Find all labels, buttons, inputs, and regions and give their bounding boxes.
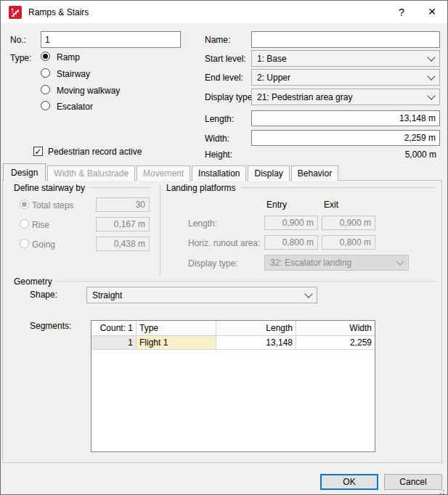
column-header-width: Width xyxy=(296,321,375,335)
chevron-down-icon xyxy=(427,72,435,80)
length-field[interactable]: 13,148 m xyxy=(251,110,440,126)
group-divider xyxy=(240,187,436,188)
landing-length-label: Length: xyxy=(188,218,217,229)
name-field[interactable] xyxy=(251,31,440,48)
tab-installation[interactable]: Installation xyxy=(192,165,246,181)
pedestrian-record-label: Pedestrian record active xyxy=(48,147,142,157)
length-label: Length: xyxy=(205,114,234,124)
display-type-select[interactable]: 21: Pedestrian area gray xyxy=(251,89,440,105)
landing-display-type-select: 32: Escalator landing xyxy=(264,255,409,271)
going-value: 0,438 m xyxy=(114,239,145,249)
entry-column-header: Entry xyxy=(266,200,287,210)
rise-field: 0,167 m xyxy=(96,217,150,232)
tab-movement: Movement xyxy=(137,165,190,181)
height-value: 5,000 m xyxy=(251,150,436,160)
runout-exit-field: 0,800 m xyxy=(322,235,375,250)
runout-entry-field: 0,800 m xyxy=(264,235,318,250)
radio-escalator[interactable] xyxy=(41,101,50,110)
tab-width-balustrade: Width & Balustrade xyxy=(47,165,135,181)
chevron-down-icon xyxy=(304,290,312,298)
exit-column-header: Exit xyxy=(324,200,338,210)
end-level-label: End level: xyxy=(205,73,243,83)
type-label: Type: xyxy=(10,53,31,63)
group-separator xyxy=(160,184,160,276)
start-level-label: Start level: xyxy=(205,54,246,64)
radio-moving-walkway[interactable] xyxy=(41,85,50,94)
segments-label: Segments: xyxy=(30,321,71,331)
chevron-down-icon xyxy=(427,53,435,61)
segments-table: Count: 1 Type Length Width 1 Flight 1 13… xyxy=(91,320,375,452)
going-field: 0,438 m xyxy=(96,237,150,251)
radio-stairway-label: Stairway xyxy=(57,69,90,79)
display-type-value: 21: Pedestrian area gray xyxy=(257,92,352,102)
width-field[interactable]: 2,259 m xyxy=(251,130,440,146)
no-field[interactable]: 1 xyxy=(41,31,181,48)
tab-display[interactable]: Display xyxy=(248,165,289,181)
start-level-value: 1: Base xyxy=(257,54,287,64)
resize-grip[interactable] xyxy=(443,490,444,491)
radio-stairway[interactable] xyxy=(41,68,50,78)
no-value: 1 xyxy=(45,35,50,45)
group-divider xyxy=(89,187,151,188)
rise-label: Rise xyxy=(32,220,49,230)
length-value: 13,148 m xyxy=(399,113,436,123)
radio-ramp[interactable] xyxy=(41,52,50,61)
column-header-type: Type xyxy=(137,321,216,335)
help-button[interactable]: ? xyxy=(386,1,417,23)
close-button[interactable]: × xyxy=(417,1,447,23)
shape-value: Straight xyxy=(92,290,122,300)
radio-going xyxy=(20,239,29,248)
end-level-value: 2: Upper xyxy=(257,73,290,83)
shape-select[interactable]: Straight xyxy=(86,287,317,303)
segments-table-header: Count: 1 Type Length Width xyxy=(91,321,375,336)
window-title: Ramps & Stairs xyxy=(28,7,386,17)
segment-width-cell[interactable]: 2,259 xyxy=(296,336,375,349)
pedestrian-record-checkbox[interactable]: ✓ xyxy=(33,147,43,156)
total-steps-label: Total steps xyxy=(32,200,73,210)
rise-value: 0,167 m xyxy=(114,219,145,229)
radio-escalator-label: Escalator xyxy=(57,102,93,112)
tab-behavior[interactable]: Behavior xyxy=(291,165,338,181)
radio-total-steps xyxy=(20,200,29,209)
tab-design[interactable]: Design xyxy=(3,163,46,181)
radio-moving-walkway-label: Moving walkway xyxy=(57,86,120,96)
chevron-down-icon xyxy=(427,91,435,99)
display-type-label: Display type: xyxy=(205,92,255,102)
end-level-select[interactable]: 2: Upper xyxy=(251,69,440,86)
define-stairway-group-title: Define stairway by xyxy=(14,183,85,193)
landing-platforms-group-title: Landing platforms xyxy=(166,183,235,193)
title-bar: Ramps & Stairs ? × xyxy=(1,1,447,23)
table-row: 1 Flight 1 13,148 2,259 xyxy=(91,336,375,350)
width-label: Width: xyxy=(205,134,229,144)
no-label: No.: xyxy=(10,35,26,45)
radio-rise xyxy=(20,219,29,229)
height-label: Height: xyxy=(205,150,232,160)
landing-display-type-label: Display type: xyxy=(188,258,238,269)
tab-strip: Design Width & Balustrade Movement Insta… xyxy=(3,163,340,181)
cancel-button[interactable]: Cancel xyxy=(384,474,442,490)
app-icon xyxy=(9,6,22,19)
going-label: Going xyxy=(32,240,55,250)
landing-length-exit-field: 0,900 m xyxy=(322,216,375,230)
radio-ramp-label: Ramp xyxy=(57,52,80,62)
segment-type-cell[interactable]: Flight 1 xyxy=(137,336,216,349)
segment-length-cell[interactable]: 13,148 xyxy=(216,336,296,349)
total-steps-value: 30 xyxy=(136,200,145,210)
width-value: 2,259 m xyxy=(404,133,436,143)
column-header-count: Count: 1 xyxy=(91,321,137,335)
ok-button[interactable]: OK xyxy=(320,474,378,490)
chevron-down-icon xyxy=(396,257,404,265)
shape-label: Shape: xyxy=(30,290,57,300)
start-level-select[interactable]: 1: Base xyxy=(251,50,440,67)
checkmark-icon: ✓ xyxy=(34,147,41,156)
ramps-stairs-dialog: Ramps & Stairs ? × No.: 1 Type: Ramp Sta… xyxy=(0,0,448,495)
total-steps-field: 30 xyxy=(96,197,150,212)
runout-label: Horiz. runout area: xyxy=(188,238,260,248)
column-header-length: Length xyxy=(216,321,296,335)
segment-count-cell[interactable]: 1 xyxy=(91,336,137,349)
name-label: Name: xyxy=(205,35,230,45)
landing-length-entry-field: 0,900 m xyxy=(264,216,318,230)
geometry-group-title: Geometry xyxy=(14,277,52,287)
group-divider xyxy=(56,281,436,282)
